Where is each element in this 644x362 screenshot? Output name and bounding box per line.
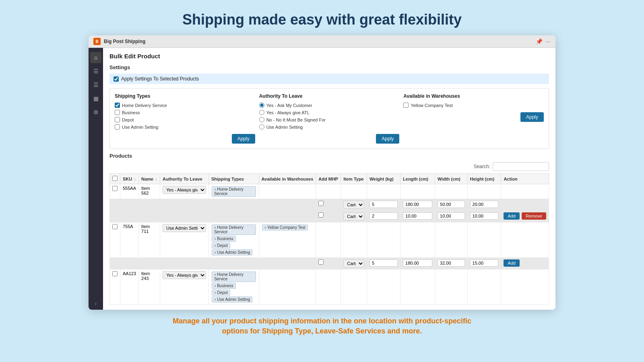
tag-depot: ×Depot [212, 243, 230, 249]
pin-icon[interactable]: 📌 [536, 38, 543, 45]
subrow1a-length[interactable] [403, 201, 432, 208]
products-section: Products Search: SKU ↕ Name ↕ Authority … [109, 153, 549, 305]
row1-authority-select[interactable]: Yes - Always give ATL Yes - Ask My Custo… [163, 186, 206, 194]
page-title: Shipping made easy with great flexibilit… [182, 11, 462, 28]
app-window: B Big Post Shipping 📌 ··· ⌂ ☰ ☰ ▦ ⚙ › Bu… [89, 35, 555, 310]
app-name: Big Post Shipping [104, 39, 533, 44]
row2-checkbox[interactable] [112, 224, 118, 229]
subrow1b-remove-button[interactable]: Remove [522, 212, 546, 220]
atl-must-sign-label: No - No It Must Be Signed For [266, 117, 326, 122]
apply-settings-checkbox[interactable] [114, 76, 119, 82]
col-shipping-types: Shipping Types [208, 174, 259, 184]
subrow2a-length[interactable] [403, 259, 432, 267]
subrow1a-height[interactable] [470, 201, 499, 208]
shipping-type-home-checkbox[interactable] [115, 103, 120, 108]
shipping-type-depot-checkbox[interactable] [115, 117, 120, 122]
app-logo: B [93, 38, 101, 45]
atl-must-sign-radio[interactable] [259, 117, 264, 122]
row3-authority-select[interactable]: Yes - Always give ATL Yes - Ask My Custo… [163, 271, 206, 279]
shipping-type-home: Home Delivery Service [115, 103, 255, 108]
subrow1b-actions: Add Remove [504, 212, 546, 220]
main-content: Bulk Edit Product Settings Apply Setting… [103, 48, 555, 310]
row2-sku: 755A [120, 222, 139, 258]
search-input[interactable] [493, 162, 549, 171]
row3-warehouses [259, 269, 316, 305]
authority-apply-button[interactable]: Apply [376, 134, 399, 144]
col-sku: SKU ↕ [120, 174, 139, 184]
tag-depot3: ×Depot [212, 290, 230, 296]
subrow2a-width[interactable] [438, 259, 465, 267]
atl-always-give-label: Yes - Always give ATL [266, 110, 310, 115]
atl-always-give-radio[interactable] [259, 110, 264, 115]
sidebar-list2-icon[interactable]: ☰ [90, 79, 101, 90]
row2-height [467, 222, 501, 258]
subrow1b-checkbox[interactable] [318, 212, 324, 218]
atl-ask-customer-radio[interactable] [259, 103, 264, 108]
search-label: Search: [474, 164, 490, 169]
subrow1b-width[interactable] [438, 212, 465, 220]
row2-authority-select[interactable]: Use Admin Setting Yes - Ask My Customer … [163, 224, 206, 232]
col-add-mhp: Add MHP [316, 174, 341, 184]
subrow2a-itemtype-select[interactable]: Cartor [343, 259, 364, 267]
warehouse-yellow-checkbox[interactable] [403, 103, 409, 108]
shipping-type-business-label: Business [122, 110, 140, 115]
subrow2a-add-button[interactable]: Add [504, 259, 520, 267]
row3-item-type [341, 269, 367, 305]
subrow1b-length[interactable] [403, 212, 432, 220]
shipping-type-depot: Depot [115, 117, 255, 122]
col-checkbox [110, 174, 120, 184]
subrow2a-weight[interactable] [369, 259, 398, 267]
col-action: Action [501, 174, 549, 184]
atl-always-give: Yes - Always give ATL [259, 110, 400, 115]
subrow2a-checkbox[interactable] [318, 259, 324, 265]
subrow1a-itemtype-select[interactable]: Cartor [343, 201, 364, 209]
subrow1b-height[interactable] [470, 212, 499, 220]
subrow1b-add-button[interactable]: Add [504, 212, 520, 220]
more-icon[interactable]: ··· [546, 38, 551, 45]
col-warehouses: Available in Warehouses [259, 174, 316, 184]
subrow1a-weight[interactable] [369, 201, 398, 208]
shipping-type-admin-checkbox[interactable] [115, 124, 120, 130]
shipping-type-admin-label: Use Admin Setting [122, 125, 159, 130]
row1-add-mhp [316, 184, 341, 199]
atl-admin-setting-radio[interactable] [259, 124, 264, 130]
sidebar-box-icon[interactable]: ▦ [90, 93, 101, 104]
settings-section-title: Settings [109, 64, 549, 70]
products-table: SKU ↕ Name ↕ Authority To Leave Shipping… [109, 173, 549, 305]
sidebar-home-icon[interactable]: ⌂ [90, 52, 101, 63]
shipping-types-apply-button[interactable]: Apply [232, 134, 255, 144]
atl-must-sign: No - No It Must Be Signed For [259, 117, 400, 122]
shipping-type-admin: Use Admin Setting [115, 124, 255, 130]
sidebar-gear-icon[interactable]: ⚙ [90, 107, 101, 118]
tag-admin3: ×Use Admin Setting [212, 296, 253, 302]
subrow2a-height[interactable] [470, 259, 499, 267]
col-authority: Authority To Leave [160, 174, 208, 184]
products-section-title: Products [109, 153, 549, 159]
select-all-checkbox[interactable] [112, 176, 118, 181]
col-length: Length (cm) [400, 174, 435, 184]
bulk-edit-title: Bulk Edit Product [109, 53, 549, 60]
col-item-type: Item Type [341, 174, 367, 184]
subrow1a-checkbox[interactable] [318, 201, 324, 206]
row1-warehouses [259, 184, 316, 199]
row3-name: Item 243 [139, 269, 160, 305]
warehouses-apply-button[interactable]: Apply [520, 112, 544, 122]
row1-checkbox[interactable] [112, 186, 118, 191]
shipping-type-business-checkbox[interactable] [115, 110, 120, 115]
row1-length [400, 184, 435, 199]
row2-length [400, 222, 435, 258]
row3-sku: AA123 [120, 269, 139, 305]
row2-action [501, 222, 549, 258]
apply-settings-bar: Apply Settings To Selected Products [109, 74, 549, 84]
row3-checkbox[interactable] [112, 271, 118, 276]
sidebar-expand-btn[interactable]: › [95, 301, 97, 306]
subrow1b-itemtype-select[interactable]: Cartor [343, 212, 364, 220]
sidebar-list1-icon[interactable]: ☰ [90, 66, 101, 77]
col-weight: Weight (kg) [367, 174, 400, 184]
table-row: Cartor [110, 199, 549, 211]
subrow1a-width[interactable] [438, 201, 465, 208]
search-row: Search: [109, 162, 549, 171]
row1-sku: 555AA [120, 184, 139, 199]
subrow1b-weight[interactable] [369, 212, 398, 220]
row1-weight [367, 184, 400, 199]
